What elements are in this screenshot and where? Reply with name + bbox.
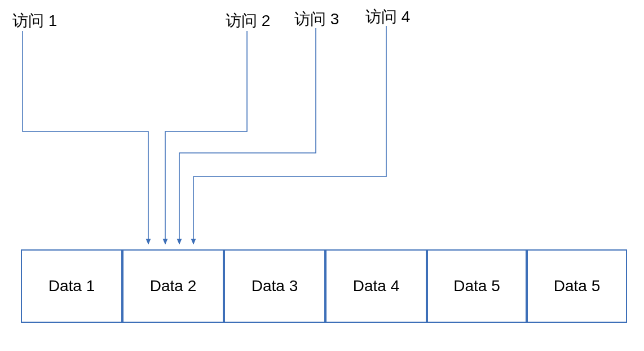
- data-cell-label: Data 4: [353, 277, 400, 295]
- data-cell-1: Data 1: [21, 249, 122, 323]
- data-cell-4: Data 4: [325, 249, 427, 323]
- access-label-1: 访问 1: [12, 10, 57, 32]
- data-cell-label: Data 2: [150, 277, 197, 295]
- data-cell-3: Data 3: [224, 249, 325, 323]
- data-cell-5: Data 5: [427, 249, 527, 323]
- data-cell-2: Data 2: [122, 249, 224, 323]
- data-cell-6: Data 5: [527, 249, 627, 323]
- data-cell-label: Data 5: [554, 277, 601, 295]
- arrow-1: [23, 31, 148, 244]
- arrow-3: [179, 28, 316, 244]
- data-cell-label: Data 1: [48, 277, 95, 295]
- access-label-2: 访问 2: [226, 10, 270, 32]
- data-cell-label: Data 3: [252, 277, 298, 295]
- data-cell-label: Data 5: [453, 277, 500, 295]
- access-label-3: 访问 3: [294, 8, 339, 30]
- arrow-2: [165, 31, 247, 244]
- access-label-4: 访问 4: [365, 6, 410, 28]
- arrow-4: [193, 26, 386, 244]
